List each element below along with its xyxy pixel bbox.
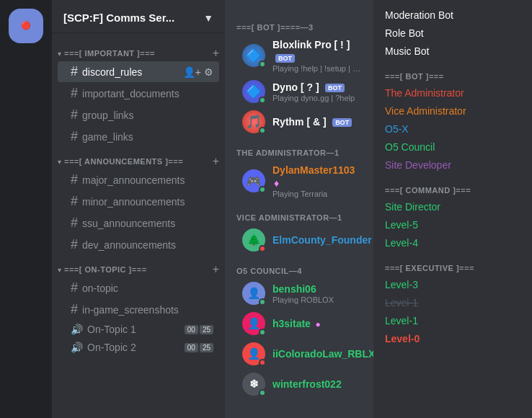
member-name: h3sitate (272, 318, 311, 329)
circle-icon: ● (315, 319, 320, 329)
right-member-name: Music Bot (385, 45, 429, 57)
member-bloxlink[interactable]: 🔷 Bloxlink Pro [ ! ] BOT Playing !help |… (231, 35, 368, 76)
add-channel-icon[interactable]: + (213, 264, 219, 275)
hash-icon: # (71, 215, 78, 231)
status-online-indicator (259, 298, 266, 306)
right-member-name: Level-1 (385, 315, 418, 326)
hash-icon: # (71, 237, 78, 252)
status-dnd-indicator (259, 245, 266, 252)
right-category-command: ===[ COMMAND ]=== (373, 174, 532, 197)
right-item-level1[interactable]: Level-1 (379, 312, 526, 329)
right-item-vice-admin[interactable]: Vice Administrator (379, 102, 526, 120)
right-item-level3[interactable]: Level-3 (379, 276, 526, 293)
right-item-the-administrator[interactable]: The Administrator (379, 84, 526, 102)
right-item-music-bot[interactable]: Music Bot (379, 43, 526, 60)
status-online-indicator (259, 329, 266, 336)
member-h3sitate[interactable]: 👤 h3sitate ● (231, 309, 368, 338)
right-member-name: Level-0 (385, 333, 420, 344)
chevron-down-icon: ▼ (203, 12, 213, 24)
status-dnd-indicator (259, 359, 266, 366)
member-list-container: ===[ BOT ]====—3 🔷 Bloxlink Pro [ ! ] BO… (225, 0, 532, 418)
channel-on-topic[interactable]: # on-topic (58, 277, 219, 298)
member-rythm[interactable]: 🎵 Rythm [ & ] BOT (231, 107, 368, 136)
category-on-topic[interactable]: ▾ ===[ ON-TOPIC ]=== + (52, 261, 225, 277)
bot-badge: BOT (325, 84, 345, 92)
member-activity: Playing ROBLOX (272, 295, 362, 304)
hash-icon: # (71, 107, 78, 123)
channel-ssu-announcements[interactable]: # ssu_announcements (58, 213, 219, 234)
member-name: Bloxlink Pro [ ! ] (272, 39, 350, 50)
category-important[interactable]: ▾ ===[ IMPORTANT ]=== + (52, 45, 225, 61)
right-item-role-bot[interactable]: Role Bot (379, 25, 526, 42)
right-item-site-developer[interactable]: Site Developer (379, 156, 526, 174)
category-bot: ===[ BOT ]====—3 (225, 12, 373, 35)
right-category-executive: ===[ EXECUTIVE ]=== (373, 252, 532, 275)
member-benshi[interactable]: 👤 benshi06 Playing ROBLOX (231, 279, 368, 308)
right-member-name: Moderation Bot (385, 9, 453, 21)
right-member-name: Site Director (385, 201, 440, 213)
status-online-indicator (259, 186, 266, 193)
avatar: 👤 (242, 312, 265, 335)
bot-badge: BOT (275, 54, 295, 63)
category-the-administrator: THE ADMINISTRATOR—1 (225, 137, 373, 160)
avatar: 🔷 (242, 44, 265, 67)
channel-discord-rules[interactable]: # discord_rules 👤+ ⚙ (58, 61, 219, 82)
voice-on-topic-1[interactable]: 🔊 On-Topic 1 00 25 (58, 321, 219, 338)
member-name: Rythm [ & ] (272, 116, 327, 128)
right-item-moderation-bot[interactable]: Moderation Bot (379, 6, 526, 24)
category-o5-council: O5 COUNCIL—4 (225, 255, 373, 278)
right-member-name: O5-X (385, 123, 409, 135)
gear-icon[interactable]: ⚙ (204, 66, 213, 78)
channel-in-game-screenshots[interactable]: # in-game_screenshots (58, 299, 219, 320)
right-member-name: Vice Administrator (385, 105, 466, 117)
right-item-level4[interactable]: Level-4 (379, 234, 526, 252)
status-online-indicator (259, 389, 266, 396)
chat-area: ===[ BOT ]====—3 🔷 Bloxlink Pro [ ! ] BO… (225, 0, 373, 418)
right-item-site-director[interactable]: Site Director (379, 198, 526, 215)
add-channel-icon[interactable]: + (213, 156, 219, 167)
channel-group-links[interactable]: # group_links (58, 104, 219, 125)
add-channel-icon[interactable]: + (213, 48, 219, 59)
member-activity: Playing !help | !setup | !invite (272, 64, 362, 73)
avatar: 🌲 (242, 228, 265, 252)
channel-minor-announcements[interactable]: # minor_announcements (58, 191, 219, 212)
member-name: Dyno [ ? ] (272, 81, 319, 93)
right-member-name: Level-1 (385, 297, 418, 308)
right-member-name: Level-4 (385, 237, 418, 249)
right-member-list: Moderation Bot Role Bot Music Bot ===[ B… (373, 0, 532, 418)
hash-icon: # (71, 64, 78, 79)
right-member-name: Role Bot (385, 27, 424, 39)
hash-icon: # (71, 129, 78, 144)
category-announcements[interactable]: ▾ ===[ ANNOUNCEMENTS ]=== + (52, 153, 225, 169)
category-arrow-icon: ▾ (58, 266, 61, 274)
right-item-level5[interactable]: Level-5 (379, 216, 526, 234)
member-iicolorado[interactable]: 👤 iiColoradoLaw_RBLX (231, 339, 368, 368)
voice-on-topic-2[interactable]: 🔊 On-Topic 2 00 25 (58, 339, 219, 356)
bot-badge: BOT (332, 118, 352, 127)
member-name: iiColoradoLaw_RBLX (272, 348, 373, 360)
member-activity: Playing dyno.gg | ?help (272, 94, 362, 102)
member-dylanmaster[interactable]: 🎮 DylanMaster1103 ♦ Playing Terraria (231, 161, 368, 201)
speaker-icon: 🔊 (71, 342, 83, 353)
member-dyno[interactable]: 🔷 Dyno [ ? ] BOT Playing dyno.gg | ?help (231, 77, 368, 106)
server-icon-active[interactable]: 🔴 (9, 9, 43, 43)
avatar: 🎵 (242, 110, 265, 133)
avatar: 🎮 (242, 169, 265, 192)
channel-dev-announcements[interactable]: # dev_announcements (58, 234, 219, 255)
status-online-indicator (259, 61, 266, 68)
member-winterfrost[interactable]: ❄ winterfrost022 (231, 370, 368, 399)
right-item-o5-council[interactable]: O5 Council (379, 138, 526, 156)
channel-game-links[interactable]: # game_links (58, 126, 219, 147)
status-online-indicator (259, 97, 266, 104)
add-member-icon[interactable]: 👤+ (183, 66, 201, 78)
right-item-o5x[interactable]: O5-X (379, 120, 526, 138)
member-name: ElmCounty_Founder (272, 234, 372, 246)
diamond-icon: ♦ (274, 177, 279, 189)
right-item-level0[interactable]: Level-0 (379, 330, 526, 347)
member-elmcounty[interactable]: 🌲 ElmCounty_Founder (231, 226, 368, 254)
server-header[interactable]: [SCP:F] Comms Ser... ▼ (52, 0, 225, 33)
channel-important-documents[interactable]: # important_documents (58, 83, 219, 104)
channel-major-announcements[interactable]: # major_announcements (58, 169, 219, 190)
member-name: benshi06 (272, 283, 316, 295)
right-item-level1-gray[interactable]: Level-1 (379, 294, 526, 311)
